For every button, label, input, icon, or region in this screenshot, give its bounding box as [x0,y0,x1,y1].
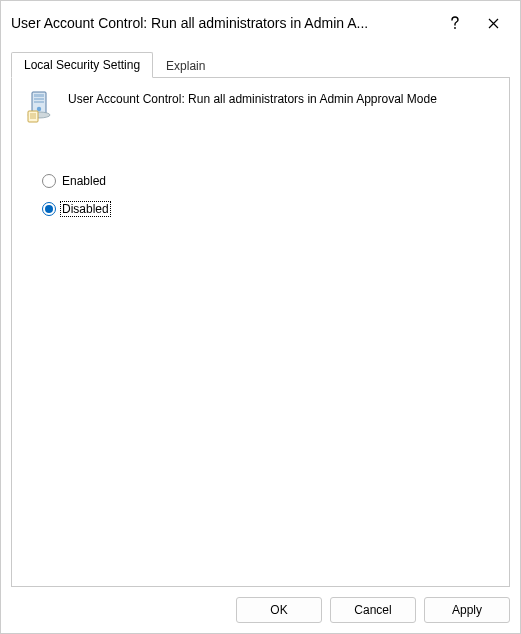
tab-label: Local Security Setting [24,58,140,72]
properties-dialog: User Account Control: Run all administra… [0,0,521,634]
svg-rect-3 [34,98,44,100]
help-button[interactable] [438,9,472,37]
button-label: Cancel [354,603,391,617]
svg-rect-7 [28,111,38,122]
tab-local-security-setting[interactable]: Local Security Setting [11,52,153,78]
radio-enabled[interactable]: Enabled [42,172,497,190]
radio-disabled[interactable]: Disabled [42,200,497,218]
radio-group: Enabled Disabled [42,172,497,218]
dialog-buttons: OK Cancel Apply [1,587,520,633]
apply-button[interactable]: Apply [424,597,510,623]
server-policy-icon [24,90,58,124]
help-icon [450,16,460,30]
button-label: Apply [452,603,482,617]
radio-dot [45,205,53,213]
svg-point-0 [454,27,456,29]
svg-rect-2 [34,94,44,97]
policy-title: User Account Control: Run all administra… [68,90,437,108]
tab-strip: Local Security Setting Explain [11,51,510,77]
titlebar: User Account Control: Run all administra… [1,1,520,47]
radio-label: Enabled [62,174,106,188]
close-button[interactable] [476,9,510,37]
ok-button[interactable]: OK [236,597,322,623]
tab-explain[interactable]: Explain [153,53,218,78]
svg-point-5 [37,107,41,111]
tab-panel: User Account Control: Run all administra… [11,77,510,587]
button-label: OK [270,603,287,617]
radio-label: Disabled [60,201,111,217]
radio-indicator [42,174,56,188]
cancel-button[interactable]: Cancel [330,597,416,623]
policy-header: User Account Control: Run all administra… [24,90,497,124]
radio-indicator [42,202,56,216]
tab-label: Explain [166,59,205,73]
window-title: User Account Control: Run all administra… [11,15,434,31]
content-area: Local Security Setting Explain [1,47,520,587]
svg-rect-4 [34,101,44,103]
close-icon [488,18,499,29]
